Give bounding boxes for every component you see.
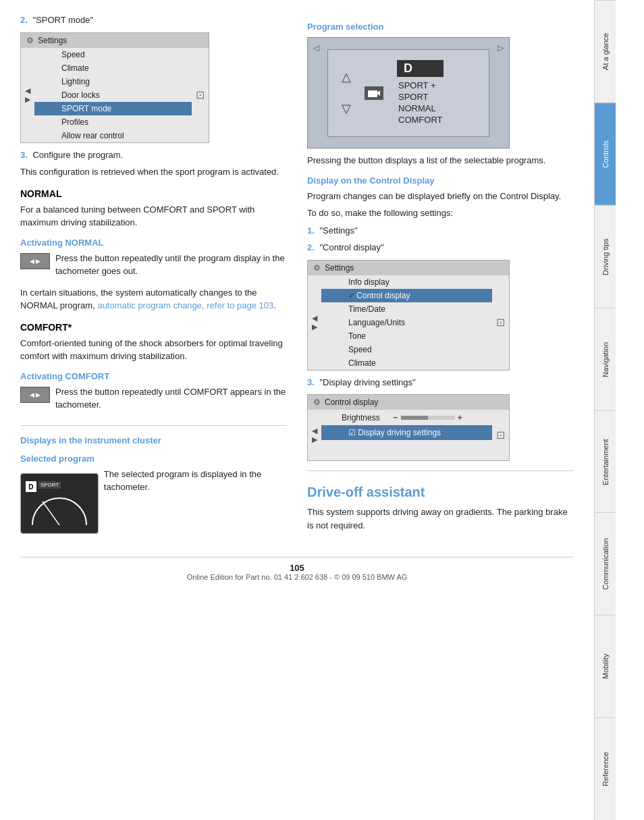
activating-comfort-row: ◀ ▶ Press the button repeatedly until CO… (20, 385, 287, 416)
settings-right-icon: ⊡ (192, 86, 209, 104)
nav-left-arrows: ◀ ▶ (21, 84, 34, 107)
control-title: Control display (325, 398, 378, 407)
activate-button-icon: ◀ ▶ (20, 253, 50, 269)
comfort-text: Comfort-oriented tuning of the shock abs… (20, 337, 287, 363)
settings2-language: Language/Units (321, 316, 492, 329)
activating-comfort-heading: Activating COMFORT (20, 371, 287, 381)
settings2-gear-icon: ⚙ (313, 263, 321, 273)
settings-door-locks: Door locks (34, 88, 192, 102)
page-footer: 105 Online Edition for Part no. 01 41 2 … (20, 557, 574, 581)
brightness-bar: − + (393, 412, 462, 422)
control-right-icon: ⊡ (492, 426, 509, 444)
sidebar: At a glance Controls Driving tips Naviga… (594, 0, 616, 820)
display-driving-settings-item: ☑ Display driving settings (321, 425, 492, 440)
step3-text: Configure the program. (32, 150, 123, 160)
sidebar-tab-reference[interactable]: Reference (595, 717, 616, 820)
settings2-title: Settings (325, 263, 354, 273)
display-text1: Program changes can be displayed briefly… (307, 190, 574, 203)
settings2-tone: Tone (321, 329, 492, 343)
brightness-minus-icon: − (393, 412, 398, 422)
program-comfort: COMFORT (397, 114, 444, 126)
program-panel: △ ▽ D (327, 49, 489, 137)
sidebar-tab-driving-tips[interactable]: Driving tips (595, 205, 616, 308)
settings2-info-display: Info display (321, 275, 492, 289)
settings-profiles: Profiles (34, 115, 192, 129)
brightness-label: Brightness (342, 413, 389, 422)
control-items: Brightness − + ☑ (321, 410, 492, 460)
right-step1-text: "Settings" (319, 225, 357, 236)
activating-normal-link[interactable]: automatic program change, refer to page … (97, 300, 273, 310)
sidebar-tab-entertainment[interactable]: Entertainment (595, 410, 616, 513)
settings2-nav-row: ◀ ▶ Info display ✓ Control display Time/… (308, 275, 509, 370)
program-sport-plus: SPORT + (397, 80, 444, 91)
step3-sub: This configuration is retrieved when the… (20, 165, 287, 179)
program-icon-col (365, 86, 383, 100)
display-text2: To do so, make the following settings: (307, 207, 574, 220)
checkmark-icon: ✓ (348, 292, 356, 300)
right-step3-text: "Display driving settings" (319, 377, 415, 387)
settings-gear-icon: ⚙ (26, 36, 34, 45)
control-content-row: ◀ ▶ Brightness − (308, 410, 509, 460)
right-step2-text: "Control display" (319, 242, 383, 252)
display-driving-checkmark: ☑ (348, 428, 358, 437)
program-up-down-arrows: △ ▽ (342, 70, 351, 116)
tacho-inner: D SPORT (22, 478, 97, 528)
tacho-arc-svg (22, 478, 97, 528)
drive-off-divider (307, 470, 574, 471)
svg-line-0 (43, 501, 59, 525)
control-display-screenshot: ⚙ Control display ◀ ▶ Brightness (307, 394, 510, 461)
sidebar-tab-mobility[interactable]: Mobility (595, 615, 616, 717)
activating-normal-heading: Activating NORMAL (20, 238, 287, 248)
sidebar-tab-communication[interactable]: Communication (595, 512, 616, 615)
displays-heading: Displays in the instrument cluster (20, 435, 287, 445)
settings-speed: Speed (34, 48, 192, 61)
settings2-nav-arrows: ◀ ▶ (308, 311, 321, 334)
drive-off-text: This system supports driving away on gra… (307, 505, 574, 532)
step3-number: 3. (20, 150, 28, 160)
sidebar-tab-at-a-glance[interactable]: At a glance (595, 0, 616, 103)
brightness-plus-icon: + (458, 412, 463, 422)
display-heading: Display on the Control Display (307, 175, 574, 186)
control-gear-icon: ⚙ (313, 398, 321, 407)
selected-program-row: D SPORT The selected program is displaye… (20, 468, 287, 539)
settings-sport-mode: SPORT mode (34, 102, 192, 115)
sidebar-tab-controls[interactable]: Controls (595, 103, 616, 205)
program-selection-text: Pressing the button displays a list of t… (307, 154, 574, 167)
activating-normal-sub: In certain situations, the system automa… (20, 286, 287, 312)
program-normal: NORMAL (397, 103, 444, 114)
activating-comfort-text: Press the button repeatedly until COMFOR… (55, 385, 287, 412)
tachometer-image: D SPORT (20, 473, 99, 534)
footer-text: Online Edition for Part no. 01 41 2 602 … (187, 573, 408, 581)
settings-climate: Climate (34, 61, 192, 75)
display-driving-label: Display driving settings (358, 428, 441, 437)
settings2-title-bar: ⚙ Settings (308, 261, 509, 275)
right-step1-number: 1. (307, 225, 315, 236)
program-nav-top-left: ◁ (313, 43, 319, 53)
settings-items: Speed Climate Lighting Door locks SPORT … (34, 48, 192, 142)
settings2-time-date: Time/Date (321, 302, 492, 316)
normal-heading: NORMAL (20, 188, 287, 199)
program-selection-heading: Program selection (307, 22, 574, 32)
activating-normal-text: Press the button repeatedly until the pr… (55, 252, 287, 278)
svg-marker-2 (377, 90, 380, 96)
program-list: D SPORT + SPORT NORMAL COMFORT (397, 60, 444, 126)
sidebar-tab-navigation[interactable]: Navigation (595, 308, 616, 410)
program-sport: SPORT (397, 91, 444, 103)
selected-program-heading: Selected program (20, 454, 287, 464)
drive-off-heading: Drive-off assistant (307, 485, 574, 500)
right-step3-number: 3. (307, 377, 315, 387)
activate-comfort-icon: ◀ ▶ (20, 387, 50, 403)
program-selection-image: ◁ ▷ △ ▽ (307, 37, 510, 148)
brightness-bar-track (401, 416, 455, 420)
control-spacer (321, 440, 492, 460)
section-divider (20, 425, 287, 426)
settings2-control-display: ✓ Control display (321, 289, 492, 302)
step2-number: 2. (20, 15, 28, 25)
settings2-right-icon: ⊡ (492, 313, 509, 331)
control-title-bar: ⚙ Control display (308, 395, 509, 410)
program-camera-icon (365, 86, 383, 100)
svg-rect-1 (368, 90, 377, 97)
settings-menu-screenshot: ⚙ Settings ◀ ▶ Speed Climate Lighting Do… (20, 32, 209, 143)
settings-title: Settings (38, 36, 67, 45)
selected-program-text: The selected program is displayed in the… (104, 468, 287, 494)
